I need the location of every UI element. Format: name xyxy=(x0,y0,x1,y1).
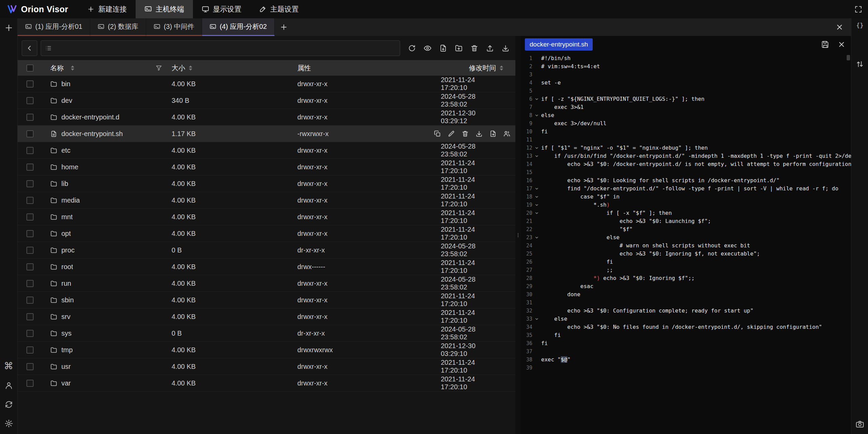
column-header-mtime[interactable]: 修改时间 xyxy=(469,63,496,73)
fold-toggle[interactable] xyxy=(532,152,541,160)
row-checkbox[interactable] xyxy=(26,97,34,104)
filter-icon[interactable] xyxy=(156,65,162,71)
file-row[interactable]: proc0 Bdr-xr-xr-x2024-05-28 23:58:02 xyxy=(18,242,515,259)
terminal-tab[interactable]: (1) 应用-分析01 xyxy=(18,18,90,36)
row-checkbox[interactable] xyxy=(26,380,34,387)
file-row[interactable]: dev340 Bdrwxr-xr-x2024-05-28 23:58:02 xyxy=(18,92,515,109)
row-checkbox[interactable] xyxy=(26,280,34,287)
file-row[interactable]: srv4.00 KBdrwxr-xr-x2021-11-24 17:20:10 xyxy=(18,308,515,325)
file-row[interactable]: etc4.00 KBdrwxr-xr-x2024-05-28 23:58:02 xyxy=(18,142,515,159)
toggle-hidden-button[interactable] xyxy=(422,43,433,53)
editor-close-icon[interactable] xyxy=(837,40,846,49)
download-action-icon[interactable] xyxy=(475,130,483,137)
file-row[interactable]: opt4.00 KBdrwxr-xr-x2021-11-24 17:20:10 xyxy=(18,225,515,242)
file-row[interactable]: bin4.00 KBdrwxr-xr-x2021-11-24 17:20:10 xyxy=(18,76,515,92)
back-button[interactable] xyxy=(22,40,37,56)
transfer-list-button[interactable] xyxy=(855,60,864,69)
file-row[interactable]: root4.00 KBdrwx------2021-11-24 17:20:10 xyxy=(18,259,515,275)
terminal-tab[interactable]: (2) 数据库 xyxy=(90,18,146,36)
row-checkbox[interactable] xyxy=(26,114,34,121)
fold-toggle[interactable] xyxy=(532,111,541,119)
nav-item[interactable]: 显示设置 xyxy=(193,0,250,18)
fold-toggle[interactable] xyxy=(532,201,541,209)
fullscreen-button[interactable] xyxy=(854,0,868,18)
commands-button[interactable]: ⌘ xyxy=(4,361,14,371)
copy-action-icon[interactable] xyxy=(434,130,441,137)
file-row[interactable]: docker-entrypoint.d4.00 KBdrwxr-xr-x2021… xyxy=(18,109,515,126)
fold-toggle[interactable] xyxy=(532,209,541,217)
row-checkbox[interactable] xyxy=(26,346,34,354)
fold-toggle[interactable] xyxy=(532,233,541,242)
editor-scrollbar-thumb[interactable] xyxy=(847,55,850,60)
settings-button[interactable] xyxy=(4,419,13,428)
editor-file-tab[interactable]: docker-entrypoint.sh xyxy=(525,38,593,51)
delete-action-icon[interactable] xyxy=(461,130,469,137)
code-line: 30 done xyxy=(521,290,851,299)
file-row[interactable]: tmp4.00 KBdrwxrwxrwx2021-12-30 03:29:10 xyxy=(18,342,515,358)
sort-size-control[interactable] xyxy=(189,65,192,71)
terminal-tab[interactable]: (4) 应用-分析02 xyxy=(202,18,275,36)
fold-toggle[interactable] xyxy=(532,144,541,152)
sort-mtime-control[interactable] xyxy=(500,65,503,71)
download-button[interactable] xyxy=(500,43,511,53)
fold-toggle[interactable] xyxy=(532,185,541,193)
upload-button[interactable] xyxy=(485,43,495,53)
nav-item[interactable]: 主机终端 xyxy=(136,0,193,18)
row-checkbox[interactable] xyxy=(26,164,34,171)
refresh-button[interactable] xyxy=(407,43,417,53)
sort-name-control[interactable] xyxy=(71,65,74,71)
save-icon[interactable] xyxy=(821,40,829,49)
column-header-name[interactable]: 名称 xyxy=(50,63,64,73)
edit-action-icon[interactable] xyxy=(448,130,455,137)
screenshot-button[interactable] xyxy=(855,420,864,429)
row-checkbox[interactable] xyxy=(26,147,34,154)
fold-toggle[interactable] xyxy=(532,315,541,323)
delete-button[interactable] xyxy=(469,43,479,53)
select-all-checkbox[interactable] xyxy=(26,64,34,72)
new-file-button[interactable] xyxy=(438,43,448,53)
row-checkbox[interactable] xyxy=(26,80,34,88)
file-row[interactable]: var4.00 KBdrwxr-xr-x2021-11-24 17:20:10 xyxy=(18,375,515,392)
file-name: docker-entrypoint.d xyxy=(61,113,119,121)
file-row[interactable]: home4.00 KBdrwxr-xr-x2021-11-24 17:20:10 xyxy=(18,159,515,175)
code-text: echo >&3 "$0: /docker-entrypoint.d/ is n… xyxy=(541,160,851,168)
new-terminal-tab-button[interactable] xyxy=(275,18,293,36)
close-panel-button[interactable] xyxy=(835,18,851,36)
file-row[interactable]: media4.00 KBdrwxr-xr-x2021-11-24 17:20:1… xyxy=(18,192,515,209)
row-checkbox[interactable] xyxy=(26,180,34,187)
user-button[interactable] xyxy=(4,381,13,390)
new-connection-button[interactable] xyxy=(4,23,14,33)
file-row[interactable]: run4.00 KBdrwxr-xr-x2024-05-28 23:58:02 xyxy=(18,275,515,292)
file-row[interactable]: lib4.00 KBdrwxr-xr-x2021-11-24 17:20:10 xyxy=(18,175,515,192)
row-checkbox[interactable] xyxy=(26,247,34,254)
row-checkbox[interactable] xyxy=(26,363,34,370)
nav-item[interactable]: 主题设置 xyxy=(250,0,308,18)
row-checkbox[interactable] xyxy=(26,297,34,304)
panel-resize-divider[interactable] xyxy=(515,36,521,434)
file-row[interactable]: sbin4.00 KBdrwxr-xr-x2021-11-24 17:20:10 xyxy=(18,292,515,308)
row-checkbox[interactable] xyxy=(26,313,34,320)
row-checkbox[interactable] xyxy=(26,230,34,237)
new-folder-button[interactable] xyxy=(454,43,464,53)
file-row[interactable]: usr4.00 KBdrwxr-xr-x2021-11-24 17:20:10 xyxy=(18,358,515,375)
code-editor[interactable]: 1#!/bin/sh2# vim:sw=4:ts=4:et34set -e56i… xyxy=(521,53,851,434)
file-row[interactable]: sys0 Bdr-xr-xr-x2024-05-28 23:58:02 xyxy=(18,325,515,342)
row-checkbox[interactable] xyxy=(26,263,34,270)
sync-button[interactable] xyxy=(4,400,13,409)
file-row[interactable]: docker-entrypoint.sh1.17 KB-rwxrwxr-x xyxy=(18,126,515,142)
fold-toggle[interactable] xyxy=(532,193,541,201)
fold-toggle[interactable] xyxy=(532,95,541,103)
nav-item[interactable]: 新建连接 xyxy=(78,0,136,18)
permission-action-icon[interactable] xyxy=(503,130,511,137)
row-checkbox[interactable] xyxy=(26,130,34,137)
row-checkbox[interactable] xyxy=(26,197,34,204)
column-header-size[interactable]: 大小 xyxy=(172,63,185,73)
file-row[interactable]: mnt4.00 KBdrwxr-xr-x2021-11-24 17:20:10 xyxy=(18,209,515,225)
app-logo[interactable]: Orion Visor xyxy=(0,0,78,18)
move-action-icon[interactable] xyxy=(489,130,497,137)
snippets-button[interactable] xyxy=(855,21,864,30)
terminal-tab[interactable]: (3) 中间件 xyxy=(146,18,202,36)
row-checkbox[interactable] xyxy=(26,213,34,221)
row-checkbox[interactable] xyxy=(26,330,34,337)
path-input[interactable] xyxy=(41,40,400,56)
